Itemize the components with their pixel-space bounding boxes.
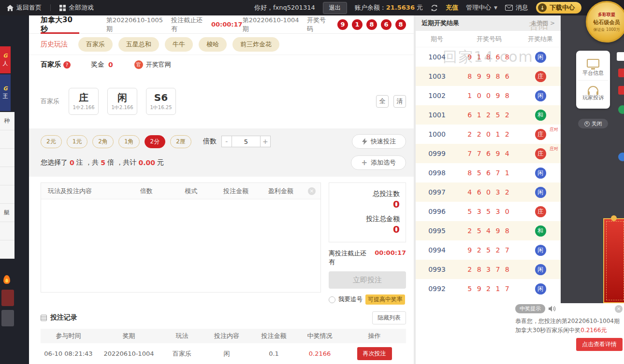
record-play: 百家乐 xyxy=(161,350,203,358)
multiplier-minus-button[interactable]: - xyxy=(221,136,232,147)
quick-bet-button[interactable]: 快速投注 xyxy=(352,134,406,149)
result-numbers: 4 6 0 3 2 xyxy=(458,188,520,196)
download-center-button[interactable]: ↓ 下载中心 xyxy=(536,2,581,14)
result-numbers: 9 2 5 2 7 xyxy=(458,246,520,254)
side-thumbnail[interactable] xyxy=(1,310,14,326)
records-title: 投注记录 xyxy=(50,313,77,322)
promo-red-banner[interactable] xyxy=(603,218,624,303)
recharge-link[interactable]: 充值 xyxy=(446,3,458,12)
left-menu-item[interactable] xyxy=(0,167,15,185)
plus-icon: + xyxy=(361,158,367,167)
records-title-row: 投注记录 xyxy=(41,313,77,322)
select-all-button[interactable]: 全 xyxy=(376,95,389,108)
chase-checkbox[interactable] xyxy=(329,296,335,303)
unit-2fen-active[interactable]: 2分 xyxy=(145,135,166,148)
result-row: 0999 7 7 6 9 4 庄 庄对 xyxy=(416,144,561,163)
left-menu-item[interactable] xyxy=(0,222,15,240)
admin-center-menu[interactable]: 管理中心 ▼ xyxy=(466,3,497,12)
left-menu-item[interactable]: 种 xyxy=(0,112,15,130)
balance-unit: 元 xyxy=(417,4,423,11)
countdown: 00:00:17 xyxy=(211,21,243,28)
toast-close-button[interactable]: × xyxy=(615,305,623,313)
left-menu-item[interactable] xyxy=(0,130,15,149)
player-complaint-item[interactable]: 玩家投诉 xyxy=(578,80,608,105)
result-badge: 庄 xyxy=(535,148,546,159)
result-row: 1002 1 0 0 9 8 闲 xyxy=(416,86,561,105)
bet-again-button[interactable]: 再次投注 xyxy=(357,347,392,360)
game-header: 加拿大30秒 第20220610-1005期 投注截止还有 00:00:17 第… xyxy=(29,15,414,34)
multiplier-input[interactable] xyxy=(232,136,260,147)
amount-section: 2元 1元 2角 1角 2分 2厘 倍数 - + 快速投注 您选择了 0 注 ，… xyxy=(29,128,414,177)
add-selection-button[interactable]: + 添加选号 xyxy=(351,155,406,170)
download-icon: ↓ xyxy=(538,3,547,12)
tab-niuniu[interactable]: 牛牛 xyxy=(165,37,193,52)
multiplier-plus-button[interactable]: + xyxy=(260,136,271,147)
results-title: 近期开奖结果 xyxy=(421,19,459,28)
result-number-ball: 1 xyxy=(352,19,363,30)
rec-col-play: 玩法 xyxy=(161,332,203,340)
bet-now-button[interactable]: 立即投注 xyxy=(329,271,406,289)
tab-history-plays[interactable]: 历史玩法 xyxy=(41,40,68,49)
bet-slip-col-multiplier: 倍数 xyxy=(124,187,169,196)
deadline-row: 离投注截止还有 00:00:17 xyxy=(329,249,406,266)
speaker-icon[interactable] xyxy=(549,306,556,312)
bet-slip-col-content: 玩法及投注内容 xyxy=(41,187,124,196)
unit-2yuan[interactable]: 2元 xyxy=(41,135,62,148)
total-bets-value: 0 xyxy=(335,198,400,210)
unit-2jiao[interactable]: 2角 xyxy=(92,135,114,148)
rec-col-win: 中奖情况 xyxy=(297,332,343,340)
home-icon xyxy=(7,5,14,11)
clear-button[interactable]: 清 xyxy=(393,95,406,108)
result-badge: 和 xyxy=(535,225,546,237)
bet-option-player[interactable]: 闲 1中2.166 xyxy=(107,88,137,115)
unit-1jiao[interactable]: 1角 xyxy=(118,135,140,148)
messages-link[interactable]: 消息 xyxy=(505,3,528,12)
tab-front-three[interactable]: 前三炸金花 xyxy=(232,37,279,52)
logout-button[interactable]: 退出 xyxy=(323,2,347,14)
refresh-balance-icon[interactable] xyxy=(431,4,438,12)
edge-shortcut-logo[interactable] xyxy=(617,52,624,61)
result-badge: 闲 xyxy=(535,90,546,101)
hide-list-button[interactable]: 隐藏列表 xyxy=(372,311,406,324)
edge-shortcut-red-2[interactable] xyxy=(618,86,624,95)
close-side-panel-button[interactable]: × 关闭 xyxy=(578,119,608,128)
side-promo-banner-1[interactable]: G 人 xyxy=(0,46,11,73)
result-numbers: 9 1 8 6 8 xyxy=(458,53,520,61)
edge-shortcut-red-1[interactable] xyxy=(618,69,624,77)
bet-slip-col-profit: 盈利金额 xyxy=(258,187,303,196)
result-numbers: 1 0 0 9 8 xyxy=(458,92,520,99)
trend-chart-link[interactable]: 走势图 > xyxy=(531,19,555,28)
official-site-link[interactable]: 官 开奖官网 xyxy=(134,60,171,69)
edge-shortcut-blue[interactable] xyxy=(618,153,624,161)
result-number-ball: 8 xyxy=(366,19,377,30)
tab-five-star-sum[interactable]: 五星总和 xyxy=(118,37,159,52)
monitor-icon xyxy=(587,59,599,68)
clear-slip-button[interactable]: × xyxy=(303,187,320,195)
platform-info-item[interactable]: 平台信息 xyxy=(578,56,608,80)
lightning-icon xyxy=(362,138,367,145)
bet-option-banker[interactable]: 庄 1中2.166 xyxy=(69,88,99,115)
bet-option-s6[interactable]: S6 1中16.25 xyxy=(146,88,176,115)
top-bar: 返回首页 全部游戏 你好，fxnq5201314 退出 账户余额：21.5636… xyxy=(0,0,624,15)
result-row: 0997 4 6 0 3 2 闲 xyxy=(416,182,561,202)
left-menu-item[interactable] xyxy=(0,185,15,204)
badge-line3: 保证金 1000万 xyxy=(594,27,620,32)
left-menu-item[interactable] xyxy=(0,240,15,259)
tab-baccarat[interactable]: 百家乐 xyxy=(78,37,113,52)
left-menu-item[interactable] xyxy=(0,149,15,167)
unit-2li[interactable]: 2厘 xyxy=(170,135,191,148)
side-thumbnail[interactable] xyxy=(1,290,14,306)
all-games-link[interactable]: 全部游戏 xyxy=(59,3,94,12)
side-promo-banner-2[interactable]: G 王 xyxy=(0,74,11,111)
view-details-button[interactable]: 点击查看详情 xyxy=(576,338,623,351)
record-time: 06-10 08:21:43 xyxy=(41,350,96,357)
left-menu-item[interactable]: 艇 xyxy=(0,204,15,222)
edge-shortcut-green[interactable] xyxy=(618,105,624,114)
close-label: 关闭 xyxy=(592,120,602,127)
home-link[interactable]: 返回首页 xyxy=(7,3,42,12)
help-icon[interactable]: ? xyxy=(63,61,71,69)
unit-1yuan[interactable]: 1元 xyxy=(67,135,88,148)
tab-stud[interactable]: 梭哈 xyxy=(199,37,227,52)
badge-line2: 钻石级会员 xyxy=(594,19,620,26)
result-row: 1001 6 1 2 5 2 和 xyxy=(416,105,561,125)
